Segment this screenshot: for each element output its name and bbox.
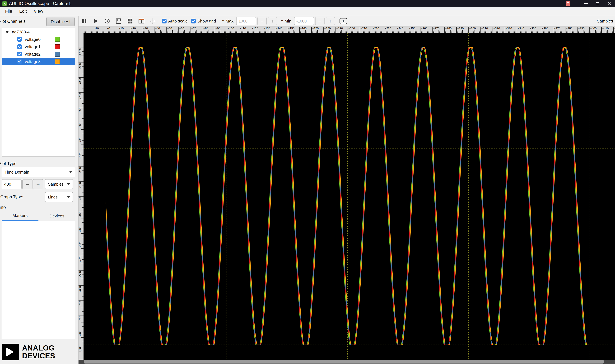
ruler-tick (373, 31, 373, 33)
ruler-tick (424, 31, 424, 33)
y-min-input[interactable] (294, 17, 314, 25)
ruler-tick-label: +10 (119, 27, 124, 30)
grid-view-button[interactable] (125, 16, 135, 26)
ruler-tick-label: +0 (79, 197, 82, 200)
channel-row-voltage2[interactable]: voltage2 (2, 51, 75, 58)
ruler-tick (408, 27, 408, 33)
ruler-tick-label: +170 (312, 27, 319, 30)
ruler-tick (508, 31, 509, 33)
horizontal-scrollbar[interactable] (79, 360, 615, 364)
menu-item-edit[interactable]: Edit (16, 7, 30, 16)
sample-unit-dropdown[interactable]: Samples (45, 179, 73, 189)
ruler-tick (334, 31, 335, 33)
ruler-tick (453, 31, 453, 33)
ruler-tick (82, 267, 84, 267)
sample-count-decrement-button[interactable]: − (22, 179, 32, 189)
ruler-tick (81, 144, 84, 144)
ruler-tick (331, 31, 331, 33)
channel-color-swatch[interactable] (55, 59, 60, 64)
ruler-tick (82, 207, 84, 208)
ruler-tick (362, 31, 362, 33)
device-row[interactable]: ad7383-4 (2, 28, 75, 36)
channel-checkbox[interactable] (17, 44, 22, 49)
maximize-button[interactable] (592, 0, 603, 7)
pause-button[interactable] (79, 16, 89, 26)
ruler-tick (477, 31, 477, 33)
chevron-down-icon (69, 171, 72, 173)
sample-count-input[interactable] (2, 179, 22, 189)
plot-properties-button[interactable] (136, 16, 147, 26)
channel-color-swatch[interactable] (55, 37, 60, 42)
channel-checkbox[interactable] (17, 59, 22, 64)
move-button[interactable] (148, 16, 158, 26)
plot-properties-icon (139, 19, 144, 24)
ruler-tick (82, 89, 84, 89)
channel-row-voltage0[interactable]: voltage0 (2, 36, 75, 43)
y-max-decrement-button[interactable]: − (257, 17, 267, 25)
minimize-button[interactable] (580, 0, 592, 7)
scrollbar-thumb[interactable] (84, 360, 604, 364)
menu-item-view[interactable]: View (30, 7, 47, 16)
ruler-tick (172, 30, 173, 33)
auto-scale-checkbox[interactable] (162, 19, 167, 24)
titlebar-alert-icon[interactable] (566, 1, 570, 6)
tab-markers[interactable]: Markers (2, 211, 39, 221)
ruler-tick (476, 31, 476, 33)
ruler-tick (388, 31, 388, 33)
ruler-tick (256, 31, 256, 33)
disable-all-button[interactable]: Disable All (46, 17, 75, 26)
waveform-plot-canvas[interactable] (84, 33, 615, 360)
ruler-tick (520, 31, 521, 33)
save-button[interactable] (113, 16, 124, 26)
ruler-tick-label: +20 (131, 27, 136, 30)
ruler-tick (220, 31, 220, 33)
ruler-tick (557, 31, 557, 33)
channel-row-voltage1[interactable]: voltage1 (2, 43, 75, 51)
channel-checkbox[interactable] (17, 52, 22, 56)
info-label: Info (0, 205, 6, 210)
channel-checkbox[interactable] (17, 37, 22, 42)
ruler-tick (322, 31, 322, 33)
ruler-tick (82, 118, 84, 119)
ruler-tick-label: +50 (167, 27, 172, 30)
y-max-increment-button[interactable]: + (268, 17, 277, 25)
ruler-tick-label: +380 (566, 27, 573, 30)
new-plot-button[interactable]: + (339, 18, 347, 24)
ruler-tick (111, 31, 111, 33)
y-min-increment-button[interactable]: + (326, 17, 335, 25)
sample-count-increment-button[interactable]: + (33, 179, 43, 189)
ruler-tick (451, 31, 452, 33)
channel-label: voltage1 (25, 44, 41, 49)
ruler-tick (463, 31, 464, 33)
channel-row-voltage3[interactable]: voltage3 (2, 58, 75, 65)
expander-icon[interactable] (5, 31, 9, 33)
ruler-tick (561, 31, 562, 33)
ruler-tick-label: +330 (505, 27, 512, 30)
ruler-tick (291, 31, 291, 33)
ruler-tick-label: +210 (361, 27, 367, 30)
ruler-tick (435, 31, 435, 33)
menu-item-file[interactable]: File (2, 7, 16, 16)
y-min-decrement-button[interactable]: − (315, 17, 324, 25)
ruler-tick (103, 31, 104, 33)
ruler-tick (82, 163, 84, 163)
snapshot-button[interactable] (102, 16, 112, 26)
plot-type-value: Time Domain (4, 170, 29, 175)
ruler-tick (586, 31, 586, 33)
ruler-tick (79, 196, 84, 196)
channel-color-swatch[interactable] (55, 44, 60, 49)
ruler-tick (577, 27, 577, 33)
ruler-tick (536, 31, 536, 33)
ruler-tick (224, 31, 225, 33)
ruler-tick (81, 219, 84, 219)
ruler-tick (93, 31, 93, 33)
play-button[interactable] (91, 16, 101, 26)
show-grid-checkbox[interactable] (191, 19, 196, 24)
y-max-input[interactable] (236, 17, 256, 25)
plot-type-dropdown[interactable]: Time Domain (2, 167, 75, 177)
channel-color-swatch[interactable] (55, 52, 60, 57)
close-button[interactable] (603, 0, 615, 7)
graph-type-dropdown[interactable]: Lines (45, 192, 73, 202)
ruler-tick (288, 31, 289, 33)
tab-devices[interactable]: Devices (39, 211, 75, 221)
